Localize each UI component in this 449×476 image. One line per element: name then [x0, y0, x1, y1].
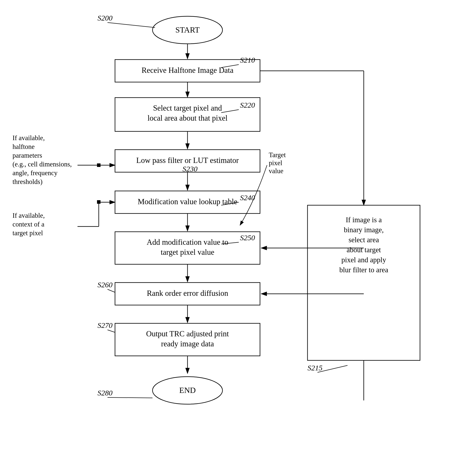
target-pixel-label-line3: value [269, 167, 283, 175]
s215-text-line1: If image is a [346, 216, 382, 224]
s215-text-line4: about target [346, 246, 381, 254]
s215-text-line2: binary image, [344, 226, 384, 234]
end-label: END [179, 386, 196, 395]
start-label: START [176, 25, 200, 34]
target-pixel-label-line1: Target [269, 151, 286, 159]
svg-rect-10 [97, 163, 100, 167]
step-label-s215: S215 [308, 364, 322, 372]
step-label-s230: S230 [182, 165, 198, 173]
step-label-s240: S240 [240, 193, 255, 202]
svg-rect-16 [97, 200, 100, 204]
svg-line-26 [108, 397, 152, 398]
target-pixel-label-line2: pixel [269, 159, 282, 167]
s230-text: Low pass filter or LUT estimator [136, 156, 239, 165]
note2-line2: context of a [12, 220, 44, 228]
step-label-s220: S220 [240, 101, 255, 109]
s215-text-line3: select area [348, 236, 379, 244]
s210-text: Receive Halftone Image Data [142, 66, 234, 75]
note1-line6: thresholds) [12, 178, 42, 185]
note1-line2: halftone [12, 143, 34, 150]
s240-text: Modification value lookup table [138, 197, 238, 206]
note2-line1: If available, [12, 212, 45, 219]
step-label-s200: S200 [98, 14, 112, 22]
step-label-s260: S260 [98, 281, 112, 289]
step-label-s280: S280 [98, 389, 112, 397]
s220-text-line2: local area about that pixel [148, 114, 228, 122]
s270-text-line1: Output TRC adjusted print [146, 329, 229, 338]
s250-text-line2: target pixel value [161, 248, 214, 257]
diagram-container: S200 START S210 Receive Halftone Image D… [0, 0, 449, 476]
s215-text-line5: pixel and apply [342, 256, 386, 264]
flowchart-svg: S200 START S210 Receive Halftone Image D… [0, 0, 449, 476]
note1-line5: angle, frequency [12, 169, 58, 177]
note1-line3: parameters [12, 152, 42, 159]
s220-text-line1: Select target pixel and [153, 104, 222, 112]
step-label-s250: S250 [240, 233, 255, 242]
note1-line1: If available, [12, 134, 45, 142]
note1-line4: (e.g., cell dimensions, [12, 160, 72, 168]
svg-line-24 [108, 330, 115, 332]
s215-text-line6: blur filter to area [339, 266, 388, 274]
s250-text-line1: Add modification value to [147, 238, 228, 247]
s270-text-line2: ready image data [161, 339, 214, 348]
step-label-s270: S270 [98, 321, 112, 329]
s260-text: Rank order error diffusion [147, 289, 228, 298]
step-label-s210: S210 [240, 56, 255, 64]
svg-line-2 [108, 23, 155, 28]
svg-line-6 [221, 110, 239, 113]
note2-line3: target pixel [12, 229, 43, 237]
svg-line-21 [108, 289, 115, 292]
